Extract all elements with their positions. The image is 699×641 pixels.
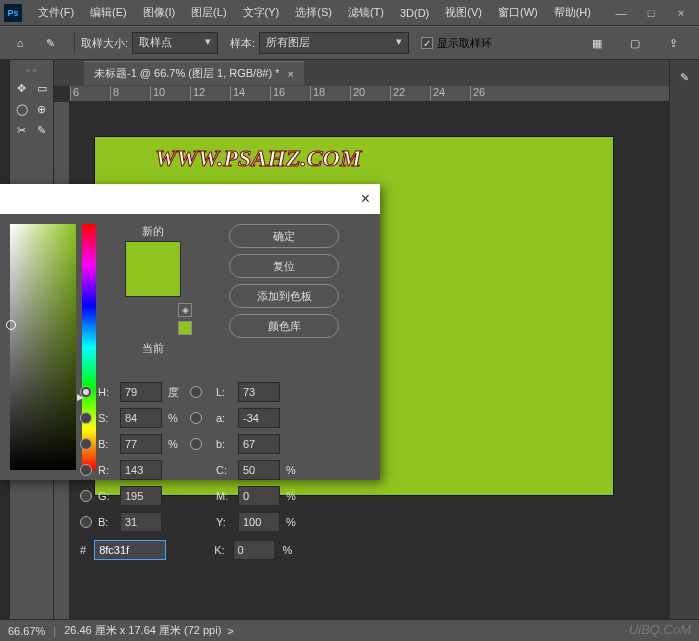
color-library-button[interactable]: 颜色库 <box>229 314 339 338</box>
reset-button[interactable]: 复位 <box>229 254 339 278</box>
radio-h[interactable] <box>80 386 92 398</box>
input-b-hsb[interactable] <box>120 434 162 454</box>
input-l[interactable] <box>238 382 280 402</box>
marquee-tool-icon[interactable]: ▭ <box>33 79 51 97</box>
document-dimensions: 26.46 厘米 x 17.64 厘米 (72 ppi) <box>64 623 221 638</box>
divider <box>74 32 75 54</box>
label-k: K: <box>214 544 224 556</box>
saturation-value-panel[interactable] <box>10 224 76 470</box>
canvas-watermark: WWW.PSAHZ.COM <box>155 145 361 172</box>
menu-image[interactable]: 图像(I) <box>135 1 183 24</box>
input-a[interactable] <box>238 408 280 428</box>
input-c[interactable] <box>238 460 280 480</box>
tab-close-icon[interactable]: × <box>287 68 293 80</box>
show-ring-checkbox[interactable]: ✓ <box>421 37 433 49</box>
right-panel: ✎ <box>669 60 699 619</box>
menubar: Ps 文件(F) 编辑(E) 图像(I) 图层(L) 文字(Y) 选择(S) 滤… <box>0 0 699 26</box>
radio-b-rgb[interactable] <box>80 516 92 528</box>
input-r[interactable] <box>120 460 162 480</box>
input-g[interactable] <box>120 486 162 506</box>
label-r: R: <box>98 464 116 476</box>
sample-size-label: 取样大小: <box>81 36 128 51</box>
menu-layer[interactable]: 图层(L) <box>183 1 234 24</box>
menu-window[interactable]: 窗口(W) <box>490 1 546 24</box>
document-tabs: 未标题-1 @ 66.7% (图层 1, RGB/8#) * × <box>54 60 669 86</box>
status-bar: 66.67% | 26.46 厘米 x 17.64 厘米 (72 ppi) > <box>0 619 699 641</box>
radio-a[interactable] <box>190 412 202 424</box>
label-b-hsb: B: <box>98 438 116 450</box>
tab-title: 未标题-1 @ 66.7% (图层 1, RGB/8#) * <box>94 66 279 81</box>
radio-s[interactable] <box>80 412 92 424</box>
radio-g[interactable] <box>80 490 92 502</box>
minimize-button[interactable]: — <box>607 3 635 23</box>
menu-help[interactable]: 帮助(H) <box>546 1 599 24</box>
input-b-lab[interactable] <box>238 434 280 454</box>
menu-type[interactable]: 文字(Y) <box>235 1 288 24</box>
eyedropper-icon[interactable]: ✎ <box>33 121 51 139</box>
label-y: Y: <box>216 516 234 528</box>
input-b-rgb[interactable] <box>120 512 162 532</box>
close-button[interactable]: × <box>667 3 695 23</box>
menu-3d[interactable]: 3D(D) <box>392 3 437 23</box>
show-ring-label: 显示取样环 <box>437 36 492 51</box>
sample-select[interactable]: 所有图层 <box>259 32 409 54</box>
new-label: 新的 <box>142 224 164 239</box>
eyedropper-tool-icon[interactable]: ✎ <box>38 31 62 55</box>
hex-input[interactable] <box>94 540 166 560</box>
color-values: H:度 L: S:% a: B:% b: R: C:% G: M:% B: Y:… <box>80 382 370 570</box>
cube-icon[interactable]: ◈ <box>178 303 192 317</box>
sv-cursor[interactable] <box>6 320 16 330</box>
label-b-lab: b: <box>216 438 234 450</box>
input-s[interactable] <box>120 408 162 428</box>
radio-r[interactable] <box>80 464 92 476</box>
menu-filter[interactable]: 滤镜(T) <box>340 1 392 24</box>
home-icon[interactable]: ⌂ <box>8 31 32 55</box>
document-tab[interactable]: 未标题-1 @ 66.7% (图层 1, RGB/8#) * × <box>84 61 304 85</box>
toolbox-expand[interactable]: « » <box>26 66 37 75</box>
input-m[interactable] <box>238 486 280 506</box>
zoom-level[interactable]: 66.67% <box>8 625 45 637</box>
label-l: L: <box>216 386 234 398</box>
radio-b-lab[interactable] <box>190 438 202 450</box>
footer-brand: UiBQ.CoM <box>629 622 691 637</box>
color-picker-dialog: × ▶ 新的 ◈ 当前 确定 复位 添加到色板 颜色库 H:度 L: S <box>0 184 380 480</box>
maximize-button[interactable]: □ <box>637 3 665 23</box>
label-m: M: <box>216 490 234 502</box>
edit-toolbar-icon[interactable]: ✎ <box>672 64 698 90</box>
ok-button[interactable]: 确定 <box>229 224 339 248</box>
menu-edit[interactable]: 编辑(E) <box>82 1 135 24</box>
input-y[interactable] <box>238 512 280 532</box>
radio-b-hsb[interactable] <box>80 438 92 450</box>
label-h: H: <box>98 386 116 398</box>
label-s: S: <box>98 412 116 424</box>
label-g: G: <box>98 490 116 502</box>
current-label: 当前 <box>142 341 164 356</box>
picker-titlebar[interactable]: × <box>0 184 380 214</box>
move-tool-icon[interactable]: ✥ <box>13 79 31 97</box>
grid-icon[interactable]: ▦ <box>585 31 609 55</box>
app-logo: Ps <box>4 4 22 22</box>
sample-label: 样本: <box>230 36 255 51</box>
crop-tool-icon[interactable]: ✂ <box>13 121 31 139</box>
new-color-swatch <box>125 241 181 297</box>
input-h[interactable] <box>120 382 162 402</box>
ruler-horizontal: 68101214161820222426 <box>70 86 669 102</box>
picker-close-icon[interactable]: × <box>361 190 370 208</box>
menu-view[interactable]: 视图(V) <box>437 1 490 24</box>
radio-l[interactable] <box>190 386 202 398</box>
frame-icon[interactable]: ▢ <box>623 31 647 55</box>
label-a: a: <box>216 412 234 424</box>
add-swatch-button[interactable]: 添加到色板 <box>229 284 339 308</box>
menu-select[interactable]: 选择(S) <box>287 1 340 24</box>
input-k[interactable] <box>233 540 275 560</box>
menu-file[interactable]: 文件(F) <box>30 1 82 24</box>
options-bar: ⌂ ✎ 取样大小: 取样点 样本: 所有图层 ✓ 显示取样环 ▦ ▢ ⇪ <box>0 26 699 60</box>
quick-select-tool-icon[interactable]: ⊕ <box>33 100 51 118</box>
hex-hash: # <box>80 544 86 556</box>
share-icon[interactable]: ⇪ <box>661 31 685 55</box>
status-arrow-icon[interactable]: > <box>227 625 233 637</box>
lasso-tool-icon[interactable]: ◯ <box>13 100 31 118</box>
websafe-swatch-icon[interactable] <box>178 321 192 335</box>
window-controls: — □ × <box>607 3 695 23</box>
sample-size-select[interactable]: 取样点 <box>132 32 218 54</box>
